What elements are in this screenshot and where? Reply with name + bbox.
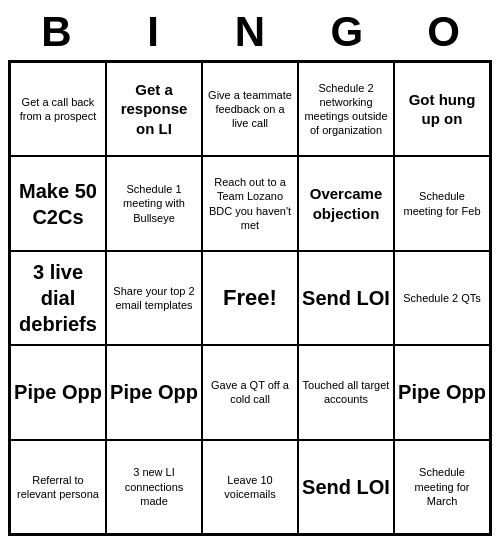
cell-6: Schedule 1 meeting with Bullseye — [106, 156, 202, 250]
cell-13: Send LOI — [298, 251, 394, 345]
cell-3: Schedule 2 networking meetings outside o… — [298, 62, 394, 156]
cell-14: Schedule 2 QTs — [394, 251, 490, 345]
cell-11: Share your top 2 email templates — [106, 251, 202, 345]
cell-4: Got hung up on — [394, 62, 490, 156]
cell-12: Free! — [202, 251, 298, 345]
cell-18: Touched all target accounts — [298, 345, 394, 439]
cell-9: Schedule meeting for Feb — [394, 156, 490, 250]
cell-10: 3 live dial debriefs — [10, 251, 106, 345]
bingo-grid: Get a call back from a prospectGet a res… — [8, 60, 492, 536]
bingo-title: B I N G O — [8, 8, 492, 56]
cell-8: Overcame objection — [298, 156, 394, 250]
cell-0: Get a call back from a prospect — [10, 62, 106, 156]
cell-2: Give a teammate feedback on a live call — [202, 62, 298, 156]
letter-o: O — [400, 8, 488, 56]
cell-17: Gave a QT off a cold call — [202, 345, 298, 439]
cell-16: Pipe Opp — [106, 345, 202, 439]
cell-15: Pipe Opp — [10, 345, 106, 439]
letter-n: N — [206, 8, 294, 56]
cell-1: Get a response on LI — [106, 62, 202, 156]
cell-21: 3 new LI connections made — [106, 440, 202, 534]
cell-22: Leave 10 voicemails — [202, 440, 298, 534]
letter-i: I — [109, 8, 197, 56]
cell-19: Pipe Opp — [394, 345, 490, 439]
letter-b: B — [12, 8, 100, 56]
cell-24: Schedule meeting for March — [394, 440, 490, 534]
letter-g: G — [303, 8, 391, 56]
cell-20: Referral to relevant persona — [10, 440, 106, 534]
cell-7: Reach out to a Team Lozano BDC you haven… — [202, 156, 298, 250]
cell-5: Make 50 C2Cs — [10, 156, 106, 250]
cell-23: Send LOI — [298, 440, 394, 534]
